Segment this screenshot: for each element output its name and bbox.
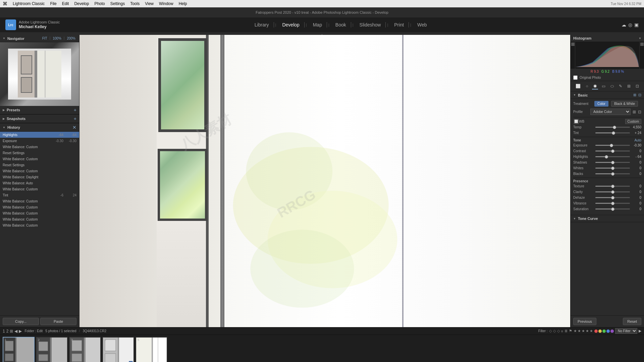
menu-settings[interactable]: Settings	[110, 1, 125, 6]
menu-window[interactable]: Window	[159, 1, 173, 6]
presets-header[interactable]: ▶ Presets +	[0, 106, 79, 114]
filmstrip-item-2[interactable]: 2	[36, 337, 68, 362]
star-2[interactable]: ★	[578, 329, 581, 333]
menu-edit[interactable]: Edit	[62, 1, 69, 6]
auto-btn[interactable]: Auto	[634, 138, 641, 142]
history-header[interactable]: ▼ History ✕	[0, 123, 79, 132]
zoom-100-btn[interactable]: 100%	[52, 36, 62, 41]
color-red[interactable]	[594, 329, 598, 333]
filmstrip-next-btn[interactable]: ▶	[19, 329, 22, 334]
snapshots-header[interactable]: ▶ Snapshots +	[0, 115, 79, 123]
paste-button[interactable]: Paste	[40, 318, 76, 325]
history-item-wb-daylight[interactable]: White Balance: Daylight	[0, 174, 79, 180]
whites-slider[interactable]	[595, 168, 630, 169]
filter-diamond-3[interactable]: ◇	[557, 329, 560, 333]
texture-slider[interactable]	[595, 186, 630, 187]
page-num-1[interactable]: 1	[3, 329, 5, 334]
main-image-area[interactable]: 八人素材 RRCG	[79, 35, 570, 327]
color-purple[interactable]	[610, 329, 614, 333]
history-item-reset2[interactable]: Reset Settings	[0, 162, 79, 168]
copy-button[interactable]: Copy...	[3, 318, 39, 325]
fullscreen-icon[interactable]: ▣	[634, 22, 639, 27]
nav-book[interactable]: Book	[331, 22, 351, 27]
filmstrip-item-3[interactable]: 3	[69, 337, 101, 362]
menu-help[interactable]: Help	[179, 1, 187, 6]
history-item-reset1[interactable]: Reset Settings	[0, 150, 79, 156]
crop-tool-icon[interactable]: ⬜	[574, 83, 582, 89]
snapshots-add-btn[interactable]: +	[74, 116, 76, 121]
grid-tool-icon-2[interactable]: ⊡	[634, 83, 640, 89]
history-item-tint[interactable]: Tint -6 24	[0, 192, 79, 198]
filter-diamond-2[interactable]: ◇	[553, 329, 556, 333]
tone-curve-header[interactable]: ▼ Tone Curve	[571, 215, 644, 222]
grid-tool-icon[interactable]: ⊞	[626, 83, 632, 89]
no-filter-select[interactable]: No Filter	[615, 328, 637, 334]
star-5[interactable]: ★	[590, 329, 593, 333]
history-item-wb1[interactable]: White Balance: Custom	[0, 144, 79, 150]
wb-custom-btn[interactable]: Custom	[625, 119, 641, 124]
basic-section-header[interactable]: ▼ Basic ⊞ ⊡	[571, 92, 644, 99]
color-btn[interactable]: Color	[594, 101, 608, 107]
temp-slider[interactable]	[595, 127, 630, 128]
exposure-slider[interactable]	[595, 145, 630, 146]
menu-file[interactable]: File	[50, 1, 56, 6]
right-panel-content[interactable]: ▼ Basic ⊞ ⊡ Treatment Color Black & Whit…	[571, 92, 644, 315]
history-list[interactable]: Highlights -64 -64 Exposure -0.30 -0.30 …	[0, 132, 79, 315]
filter-lines-2[interactable]: ≣	[565, 329, 568, 333]
dehaze-slider[interactable]	[595, 197, 630, 198]
contrast-slider[interactable]	[595, 150, 630, 152]
menu-develop[interactable]: Develop	[74, 1, 89, 6]
spot-tool-icon[interactable]: ○	[584, 83, 589, 89]
history-item-wb5[interactable]: White Balance: Custom	[0, 198, 79, 204]
history-item-wb6[interactable]: White Balance: Custom	[0, 204, 79, 210]
graduated-filter-icon[interactable]: ▭	[600, 83, 607, 89]
radial-filter-icon[interactable]: ⬭	[609, 83, 615, 89]
history-item-wb7[interactable]: White Balance: Custom	[0, 210, 79, 216]
shadows-slider[interactable]	[595, 162, 630, 163]
profile-select[interactable]: Adobe Color	[590, 109, 631, 115]
navigator-header[interactable]: ▼ Navigator FIT | 100% | 200%	[0, 35, 79, 42]
profile-list-icon[interactable]: ⊡	[638, 110, 641, 114]
history-item-wb2[interactable]: White Balance: Custom	[0, 156, 79, 162]
filter-lines-1[interactable]: ≡	[561, 329, 563, 333]
menu-lightroom[interactable]: Lightroom Classic	[13, 1, 45, 6]
history-clear-btn[interactable]: ✕	[72, 125, 76, 130]
adjustment-brush-icon[interactable]: ✎	[618, 83, 624, 89]
zoom-200-btn[interactable]: 200%	[66, 36, 76, 41]
filmstrip-item-1[interactable]: 1	[3, 337, 35, 362]
star-3[interactable]: ★	[582, 329, 585, 333]
eyedropper-icon[interactable]: 🔲	[573, 119, 579, 124]
nav-map[interactable]: Map	[308, 22, 327, 27]
history-item-wb4[interactable]: White Balance: Custom	[0, 186, 79, 192]
image-canvas[interactable]: 八人素材 RRCG	[79, 35, 570, 327]
star-4[interactable]: ★	[586, 329, 589, 333]
redeye-tool-icon[interactable]: ◉	[592, 83, 598, 89]
nav-develop[interactable]: Develop	[277, 22, 304, 27]
nav-web[interactable]: Web	[413, 22, 432, 27]
filter-diamond-1[interactable]: ◇	[549, 329, 552, 333]
blacks-slider[interactable]	[595, 173, 630, 174]
cloud-icon[interactable]: ☁	[622, 22, 626, 27]
navigator-thumbnail[interactable]	[0, 42, 79, 106]
history-item-exposure[interactable]: Exposure -0.30 -0.30	[0, 138, 79, 144]
filmstrip-item-5[interactable]: 5	[136, 337, 167, 362]
highlights-slider[interactable]	[595, 156, 630, 157]
star-1[interactable]: ★	[574, 329, 577, 333]
color-green[interactable]	[602, 329, 606, 333]
color-blue[interactable]	[606, 329, 610, 333]
menu-view[interactable]: View	[145, 1, 154, 6]
history-item-highlights[interactable]: Highlights -64 -64	[0, 132, 79, 138]
presets-add-btn[interactable]: +	[74, 107, 76, 113]
previous-button[interactable]: Previous	[573, 318, 596, 325]
menu-photo[interactable]: Photo	[94, 1, 105, 6]
filmstrip-prev-btn[interactable]: ◀	[14, 329, 17, 334]
zoom-fit-btn[interactable]: FIT	[41, 36, 48, 41]
history-item-wb-auto[interactable]: White Balance: Auto	[0, 180, 79, 186]
filmstrip-item-4[interactable]: 4	[102, 337, 134, 362]
filter-flag-1[interactable]: ⚑	[569, 329, 572, 333]
histogram-header[interactable]: Histogram ▼	[571, 35, 644, 42]
page-num-2[interactable]: 2	[6, 329, 9, 334]
clarity-slider[interactable]	[595, 191, 630, 192]
top-collapse-arrow[interactable]: ▲	[0, 32, 644, 35]
saturation-slider[interactable]	[595, 208, 630, 209]
